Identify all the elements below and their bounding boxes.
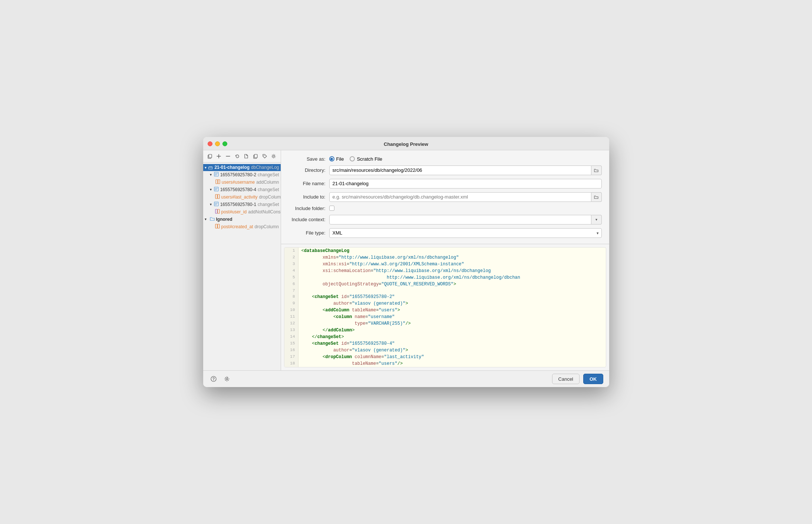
svg-point-18	[213, 380, 214, 381]
code-line-11: 11 <column name="username"	[284, 314, 606, 320]
code-line-3: 3 xmlns:xsi="http://www.w3.org/2001/XMLS…	[284, 261, 606, 268]
save-as-label: Save as:	[288, 156, 326, 162]
line-content: </addColumn>	[298, 327, 358, 334]
minimize-button[interactable]	[215, 141, 220, 146]
svg-rect-1	[209, 154, 212, 158]
file-type-select[interactable]: XML	[329, 228, 602, 238]
traffic-lights	[208, 141, 227, 146]
line-content: http://www.liquibase.org/xml/ns/dbchange…	[298, 274, 524, 281]
directory-control	[329, 166, 602, 175]
db-icon: 🗃	[208, 165, 213, 170]
svg-rect-11	[218, 194, 219, 199]
column-icon2	[215, 194, 220, 200]
directory-input[interactable]	[329, 166, 591, 175]
file-radio-circle	[329, 156, 334, 161]
filename-label: File name:	[288, 181, 326, 186]
code-section: 1 <databaseChangeLog 2 xmlns="http://www…	[284, 247, 606, 368]
tree-item-dropcolumn2[interactable]: post#created_at dropColumn	[203, 223, 281, 230]
tree-item-constraint[interactable]: post#user_id addNotNullConstraint	[203, 208, 281, 216]
footer-right: Cancel OK	[552, 374, 603, 384]
tree-item-root[interactable]: ▾ 🗃 21-01-changelog dbChangeLog	[203, 164, 281, 171]
tree-item-name: post#user_id	[221, 209, 247, 214]
include-context-dropdown-button[interactable]: ▾	[591, 215, 602, 225]
include-context-control: ▾	[329, 215, 602, 225]
line-content: author="vlasov (generated)">	[298, 300, 411, 307]
file-type-row: File type: XML	[288, 228, 602, 238]
line-content: author="vlasov (generated)">	[298, 347, 411, 354]
tree-arrow: ▾	[210, 187, 214, 191]
code-line-12: 12 type="VARCHAR(255)"/>	[284, 320, 606, 327]
filename-input[interactable]	[329, 179, 602, 189]
tree-item-changeset2[interactable]: ▾ 1655756925780-4 changeSet	[203, 186, 281, 193]
tree-arrow: ▾	[210, 202, 214, 206]
code-line-16: 16 author="vlasov (generated)">	[284, 347, 606, 354]
line-number: 18	[284, 360, 298, 367]
tree-arrow: ▾	[210, 173, 214, 177]
svg-rect-7	[216, 180, 218, 184]
code-editor[interactable]: 1 <databaseChangeLog 2 xmlns="http://www…	[284, 248, 606, 367]
dialog-title: Changelog Preview	[384, 141, 428, 147]
line-number: 17	[284, 354, 298, 360]
file-button[interactable]	[242, 152, 250, 160]
tree-item-ignored[interactable]: ▾ Ignored	[203, 216, 281, 223]
svg-rect-14	[218, 209, 219, 213]
code-line-9: 9 author="vlasov (generated)">	[284, 300, 606, 307]
copy2-button[interactable]	[252, 152, 260, 160]
line-number: 8	[284, 294, 298, 300]
include-to-browse-button[interactable]	[591, 192, 602, 202]
add-button[interactable]	[215, 152, 223, 160]
tree-item-changeset1[interactable]: ▾ 1655756925780-2 changeSet	[203, 171, 281, 179]
copy-button[interactable]	[206, 152, 214, 160]
ok-button[interactable]: OK	[583, 374, 603, 384]
include-folder-control	[329, 206, 602, 211]
changeset-icon	[214, 172, 219, 178]
tree-item-name: users#username	[222, 180, 255, 185]
line-content: <addColumn tableName="users">	[298, 307, 403, 314]
svg-point-5	[273, 155, 275, 157]
include-folder-checkbox-wrapper	[329, 206, 602, 211]
line-number: 9	[284, 300, 298, 307]
footer: Cancel OK	[203, 370, 609, 387]
file-type-label: File type:	[288, 230, 326, 236]
maximize-button[interactable]	[222, 141, 227, 146]
line-number: 15	[284, 340, 298, 347]
include-context-select-group: ▾	[329, 215, 602, 225]
include-context-input[interactable]	[329, 215, 591, 225]
line-content: <changeSet id="1655756925780-2"	[298, 294, 398, 300]
settings-button[interactable]	[270, 152, 278, 160]
code-line-8: 8 <changeSet id="1655756925780-2"	[284, 294, 606, 300]
svg-rect-3	[254, 154, 257, 158]
main-content: ▾ 🗃 21-01-changelog dbChangeLog ▾ 165575…	[203, 150, 609, 371]
help-button[interactable]	[209, 374, 218, 383]
include-folder-checkbox[interactable]	[329, 206, 334, 211]
tree-item-changeset3[interactable]: ▾ 1655756925780-1 changeSet	[203, 201, 281, 208]
line-number: 5	[284, 274, 298, 281]
tag-button[interactable]	[261, 152, 268, 160]
file-type-dropdown-wrapper: XML	[329, 228, 602, 238]
code-line-17: 17 <dropColumn columnName="last_activity…	[284, 354, 606, 360]
line-number: 3	[284, 261, 298, 268]
settings-footer-button[interactable]	[222, 374, 231, 383]
include-to-input[interactable]	[329, 192, 591, 202]
revert-button[interactable]	[233, 152, 241, 160]
constraint-icon	[215, 209, 220, 215]
tree-item-name: 1655756925780-2	[220, 172, 256, 177]
cancel-button[interactable]: Cancel	[552, 374, 580, 384]
filename-row: File name:	[288, 179, 602, 189]
remove-button[interactable]	[224, 152, 232, 160]
tree-item-dropcolumn1[interactable]: users#last_activity dropColumn	[203, 193, 281, 201]
file-radio-option[interactable]: File	[329, 156, 344, 162]
include-folder-label: Include folder:	[288, 206, 326, 211]
line-content: xsi:schemaLocation="http://www.liquibase…	[298, 268, 494, 274]
toolbar	[203, 150, 281, 163]
code-line-10: 10 <addColumn tableName="users">	[284, 307, 606, 314]
line-number: 4	[284, 268, 298, 274]
scratch-file-radio-option[interactable]: Scratch File	[350, 156, 382, 162]
tree-item-addcolumn1[interactable]: users#username addColumn	[203, 179, 281, 186]
include-context-row: Include context: ▾	[288, 215, 602, 225]
line-number: 11	[284, 314, 298, 320]
directory-browse-button[interactable]	[591, 166, 602, 175]
directory-label: Directory:	[288, 167, 326, 173]
footer-left	[209, 374, 231, 383]
close-button[interactable]	[208, 141, 212, 146]
